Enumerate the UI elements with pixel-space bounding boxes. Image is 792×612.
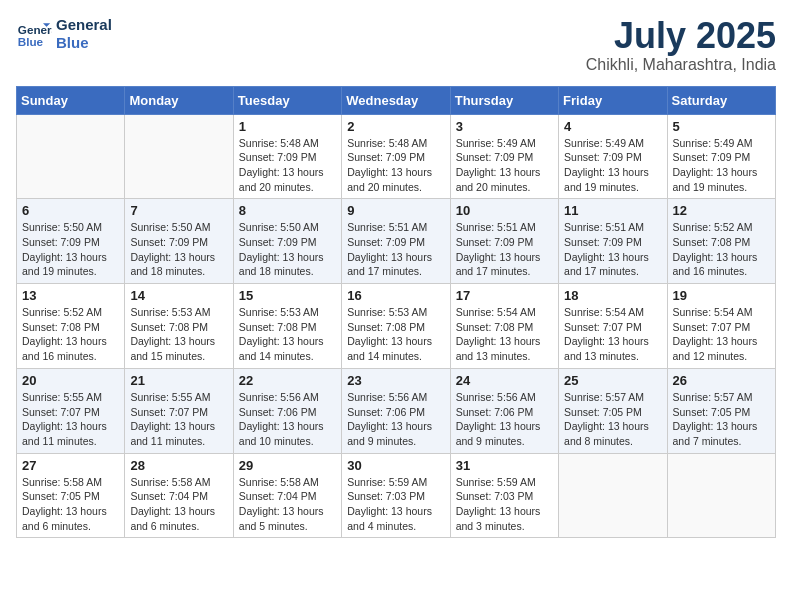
header-thursday: Thursday xyxy=(450,86,558,114)
calendar-week-1: 1Sunrise: 5:48 AM Sunset: 7:09 PM Daylig… xyxy=(17,114,776,199)
day-info: Sunrise: 5:52 AM Sunset: 7:08 PM Dayligh… xyxy=(22,305,119,364)
svg-text:Blue: Blue xyxy=(18,35,44,48)
day-number: 29 xyxy=(239,458,336,473)
calendar-table: SundayMondayTuesdayWednesdayThursdayFrid… xyxy=(16,86,776,539)
day-info: Sunrise: 5:59 AM Sunset: 7:03 PM Dayligh… xyxy=(347,475,444,534)
day-info: Sunrise: 5:50 AM Sunset: 7:09 PM Dayligh… xyxy=(130,220,227,279)
day-number: 12 xyxy=(673,203,770,218)
day-number: 14 xyxy=(130,288,227,303)
calendar-day xyxy=(125,114,233,199)
day-number: 1 xyxy=(239,119,336,134)
calendar-week-4: 20Sunrise: 5:55 AM Sunset: 7:07 PM Dayli… xyxy=(17,368,776,453)
calendar-day: 26Sunrise: 5:57 AM Sunset: 7:05 PM Dayli… xyxy=(667,368,775,453)
day-info: Sunrise: 5:52 AM Sunset: 7:08 PM Dayligh… xyxy=(673,220,770,279)
day-info: Sunrise: 5:56 AM Sunset: 7:06 PM Dayligh… xyxy=(239,390,336,449)
calendar-day: 29Sunrise: 5:58 AM Sunset: 7:04 PM Dayli… xyxy=(233,453,341,538)
day-number: 11 xyxy=(564,203,661,218)
day-info: Sunrise: 5:58 AM Sunset: 7:05 PM Dayligh… xyxy=(22,475,119,534)
day-number: 20 xyxy=(22,373,119,388)
calendar-day: 22Sunrise: 5:56 AM Sunset: 7:06 PM Dayli… xyxy=(233,368,341,453)
day-info: Sunrise: 5:50 AM Sunset: 7:09 PM Dayligh… xyxy=(239,220,336,279)
day-number: 3 xyxy=(456,119,553,134)
calendar-day: 6Sunrise: 5:50 AM Sunset: 7:09 PM Daylig… xyxy=(17,199,125,284)
day-number: 27 xyxy=(22,458,119,473)
calendar-day: 8Sunrise: 5:50 AM Sunset: 7:09 PM Daylig… xyxy=(233,199,341,284)
day-number: 18 xyxy=(564,288,661,303)
day-info: Sunrise: 5:58 AM Sunset: 7:04 PM Dayligh… xyxy=(130,475,227,534)
day-info: Sunrise: 5:57 AM Sunset: 7:05 PM Dayligh… xyxy=(673,390,770,449)
calendar-week-5: 27Sunrise: 5:58 AM Sunset: 7:05 PM Dayli… xyxy=(17,453,776,538)
calendar-week-3: 13Sunrise: 5:52 AM Sunset: 7:08 PM Dayli… xyxy=(17,284,776,369)
day-info: Sunrise: 5:57 AM Sunset: 7:05 PM Dayligh… xyxy=(564,390,661,449)
calendar-day: 27Sunrise: 5:58 AM Sunset: 7:05 PM Dayli… xyxy=(17,453,125,538)
day-number: 6 xyxy=(22,203,119,218)
day-info: Sunrise: 5:49 AM Sunset: 7:09 PM Dayligh… xyxy=(456,136,553,195)
calendar-day: 9Sunrise: 5:51 AM Sunset: 7:09 PM Daylig… xyxy=(342,199,450,284)
logo-blue: Blue xyxy=(56,34,112,52)
month-title: July 2025 xyxy=(586,16,776,56)
day-number: 17 xyxy=(456,288,553,303)
day-number: 31 xyxy=(456,458,553,473)
day-info: Sunrise: 5:48 AM Sunset: 7:09 PM Dayligh… xyxy=(239,136,336,195)
day-info: Sunrise: 5:50 AM Sunset: 7:09 PM Dayligh… xyxy=(22,220,119,279)
calendar-day: 30Sunrise: 5:59 AM Sunset: 7:03 PM Dayli… xyxy=(342,453,450,538)
calendar-day: 28Sunrise: 5:58 AM Sunset: 7:04 PM Dayli… xyxy=(125,453,233,538)
day-number: 9 xyxy=(347,203,444,218)
calendar-day: 18Sunrise: 5:54 AM Sunset: 7:07 PM Dayli… xyxy=(559,284,667,369)
day-number: 28 xyxy=(130,458,227,473)
day-info: Sunrise: 5:49 AM Sunset: 7:09 PM Dayligh… xyxy=(564,136,661,195)
calendar-day: 5Sunrise: 5:49 AM Sunset: 7:09 PM Daylig… xyxy=(667,114,775,199)
day-number: 8 xyxy=(239,203,336,218)
calendar-day: 20Sunrise: 5:55 AM Sunset: 7:07 PM Dayli… xyxy=(17,368,125,453)
calendar-day: 23Sunrise: 5:56 AM Sunset: 7:06 PM Dayli… xyxy=(342,368,450,453)
day-number: 30 xyxy=(347,458,444,473)
logo-general: General xyxy=(56,16,112,34)
day-info: Sunrise: 5:54 AM Sunset: 7:07 PM Dayligh… xyxy=(673,305,770,364)
header-saturday: Saturday xyxy=(667,86,775,114)
calendar-day: 31Sunrise: 5:59 AM Sunset: 7:03 PM Dayli… xyxy=(450,453,558,538)
day-info: Sunrise: 5:55 AM Sunset: 7:07 PM Dayligh… xyxy=(130,390,227,449)
calendar-day: 17Sunrise: 5:54 AM Sunset: 7:08 PM Dayli… xyxy=(450,284,558,369)
header-wednesday: Wednesday xyxy=(342,86,450,114)
day-info: Sunrise: 5:53 AM Sunset: 7:08 PM Dayligh… xyxy=(239,305,336,364)
header-tuesday: Tuesday xyxy=(233,86,341,114)
calendar-day: 12Sunrise: 5:52 AM Sunset: 7:08 PM Dayli… xyxy=(667,199,775,284)
calendar-week-2: 6Sunrise: 5:50 AM Sunset: 7:09 PM Daylig… xyxy=(17,199,776,284)
day-info: Sunrise: 5:53 AM Sunset: 7:08 PM Dayligh… xyxy=(347,305,444,364)
calendar-day: 24Sunrise: 5:56 AM Sunset: 7:06 PM Dayli… xyxy=(450,368,558,453)
day-number: 24 xyxy=(456,373,553,388)
calendar-day: 4Sunrise: 5:49 AM Sunset: 7:09 PM Daylig… xyxy=(559,114,667,199)
logo-icon: General Blue xyxy=(16,16,52,52)
day-number: 15 xyxy=(239,288,336,303)
day-number: 4 xyxy=(564,119,661,134)
day-info: Sunrise: 5:56 AM Sunset: 7:06 PM Dayligh… xyxy=(456,390,553,449)
day-number: 7 xyxy=(130,203,227,218)
day-number: 5 xyxy=(673,119,770,134)
calendar-day: 10Sunrise: 5:51 AM Sunset: 7:09 PM Dayli… xyxy=(450,199,558,284)
day-number: 22 xyxy=(239,373,336,388)
page-header: General Blue General Blue July 2025 Chik… xyxy=(16,16,776,74)
calendar-day: 14Sunrise: 5:53 AM Sunset: 7:08 PM Dayli… xyxy=(125,284,233,369)
day-number: 2 xyxy=(347,119,444,134)
day-info: Sunrise: 5:58 AM Sunset: 7:04 PM Dayligh… xyxy=(239,475,336,534)
day-info: Sunrise: 5:51 AM Sunset: 7:09 PM Dayligh… xyxy=(564,220,661,279)
calendar-day xyxy=(17,114,125,199)
header-sunday: Sunday xyxy=(17,86,125,114)
location-title: Chikhli, Maharashtra, India xyxy=(586,56,776,74)
calendar-header-row: SundayMondayTuesdayWednesdayThursdayFrid… xyxy=(17,86,776,114)
day-info: Sunrise: 5:54 AM Sunset: 7:07 PM Dayligh… xyxy=(564,305,661,364)
day-info: Sunrise: 5:48 AM Sunset: 7:09 PM Dayligh… xyxy=(347,136,444,195)
day-number: 26 xyxy=(673,373,770,388)
calendar-day: 3Sunrise: 5:49 AM Sunset: 7:09 PM Daylig… xyxy=(450,114,558,199)
calendar-day: 13Sunrise: 5:52 AM Sunset: 7:08 PM Dayli… xyxy=(17,284,125,369)
header-friday: Friday xyxy=(559,86,667,114)
logo: General Blue General Blue xyxy=(16,16,112,52)
day-info: Sunrise: 5:53 AM Sunset: 7:08 PM Dayligh… xyxy=(130,305,227,364)
day-number: 23 xyxy=(347,373,444,388)
header-monday: Monday xyxy=(125,86,233,114)
calendar-day xyxy=(559,453,667,538)
day-number: 13 xyxy=(22,288,119,303)
day-info: Sunrise: 5:59 AM Sunset: 7:03 PM Dayligh… xyxy=(456,475,553,534)
day-number: 19 xyxy=(673,288,770,303)
calendar-day: 11Sunrise: 5:51 AM Sunset: 7:09 PM Dayli… xyxy=(559,199,667,284)
